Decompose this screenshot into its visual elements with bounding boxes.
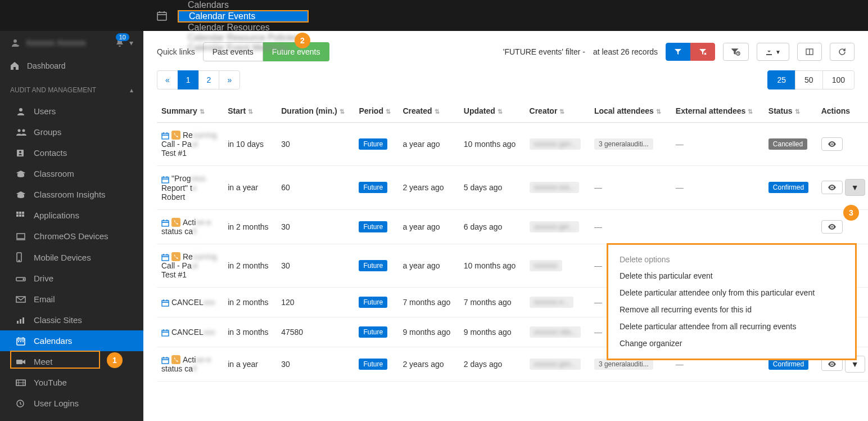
page-«[interactable]: «: [157, 70, 178, 89]
svg-point-33: [831, 144, 833, 145]
pagesize-25[interactable]: 25: [767, 70, 795, 89]
sort-icon: ⇅: [559, 108, 564, 115]
sidebar-item-classic-sites[interactable]: Classic Sites: [0, 310, 143, 330]
toolbar-right: 'FUTURE events' filter - at least 26 rec…: [503, 43, 855, 61]
tab-calendar-resource-policies[interactable]: Calendar Resource Policies: [178, 33, 309, 43]
sidebar: GAT+ ▾ Xxxxxxx Xxxxxxx 10 ▾ Dashboard AU…: [0, 0, 143, 382]
summary-text: Re: [183, 252, 193, 261]
creator-chip[interactable]: xxxxxxx: [530, 260, 562, 271]
nav-icon: [16, 191, 27, 199]
sidebar-item-mobile-devices[interactable]: Mobile Devices: [0, 247, 143, 268]
page-»[interactable]: »: [219, 70, 240, 89]
svg-point-6: [19, 151, 21, 153]
column-header[interactable]: Created⇅: [398, 100, 459, 123]
column-header[interactable]: Actions: [817, 100, 868, 123]
sidebar-user[interactable]: Xxxxxxx Xxxxxxx 10 ▾: [0, 31, 143, 55]
sidebar-item-classroom-insights[interactable]: Classroom Insights: [0, 184, 143, 205]
sidebar-item-calendars[interactable]: Calendars: [0, 330, 143, 351]
view-button[interactable]: [821, 220, 843, 234]
page-2[interactable]: 2: [198, 70, 220, 89]
columns-button[interactable]: [797, 43, 822, 61]
nav-icon: [16, 128, 27, 137]
created-cell: a year ago: [398, 209, 459, 244]
dropdown-header: Delete options: [608, 252, 855, 267]
column-header[interactable]: Period⇅: [354, 100, 398, 123]
page-size-selector: 2550100: [767, 70, 855, 89]
column-header[interactable]: Summary⇅: [157, 100, 223, 123]
topnav: CalendarsCalendar EventsCalendar Resourc…: [146, 0, 309, 31]
column-header[interactable]: Creator⇅: [525, 100, 590, 123]
start-cell: in 2 months: [223, 288, 277, 317]
dropdown-item[interactable]: Delete this particular event: [608, 267, 855, 284]
column-header[interactable]: Duration (min.)⇅: [277, 100, 354, 123]
annotation-1: 1: [107, 352, 123, 368]
view-button[interactable]: [821, 181, 843, 194]
column-header[interactable]: Updated⇅: [459, 100, 525, 123]
status-badge: Confirmed: [768, 359, 808, 370]
period-chip: Future: [359, 138, 387, 150]
sidebar-item-dashboard[interactable]: Dashboard: [0, 55, 143, 77]
column-header[interactable]: Local attendees⇅: [590, 100, 671, 123]
sidebar-item-drive[interactable]: Drive: [0, 268, 143, 289]
column-header[interactable]: External attendees⇅: [671, 100, 764, 123]
column-header[interactable]: Status⇅: [764, 100, 817, 123]
clear-filter-button[interactable]: [690, 43, 715, 61]
creator-chip[interactable]: xxxxxxx gen...: [530, 138, 581, 150]
creator-chip[interactable]: xxxxxxx ger...: [530, 221, 579, 232]
nav-label: Classroom Insights: [34, 190, 106, 199]
sidebar-item-youtube[interactable]: YouTube: [0, 372, 143, 382]
sidebar-item-contacts[interactable]: Contacts: [0, 142, 143, 163]
summary-text: Acti: [183, 218, 196, 227]
attendee-chip[interactable]: 3 generalauditi...: [594, 359, 653, 370]
calendar-icon: [146, 0, 178, 31]
sidebar-item-email[interactable]: Email: [0, 289, 143, 310]
svg-rect-19: [17, 321, 19, 324]
filter-button[interactable]: [666, 43, 690, 61]
nav-label: Calendars: [34, 336, 72, 346]
page-1[interactable]: 1: [178, 70, 199, 89]
status-badge: Cancelled: [768, 138, 807, 150]
tab-calendar-event-meetings[interactable]: Calendar Event Meetings: [178, 43, 309, 53]
attendee-chip[interactable]: 3 generalauditi...: [594, 138, 653, 150]
nav-icon: [16, 149, 27, 158]
period-chip: Future: [359, 221, 387, 232]
dropdown-item[interactable]: Delete particular attendee from all recu…: [608, 318, 855, 335]
sidebar-item-groups[interactable]: Groups: [0, 122, 143, 142]
status-badge: Confirmed: [768, 182, 808, 193]
view-button[interactable]: [821, 137, 843, 151]
filter-label: 'FUTURE events' filter -: [503, 47, 585, 56]
sort-icon: ⇅: [435, 108, 440, 115]
creator-chip[interactable]: xxxxxxx rala...: [530, 326, 581, 338]
creator-chip[interactable]: xxxxxxx e...: [530, 297, 573, 308]
sidebar-item-users[interactable]: Users: [0, 101, 143, 122]
schedule-filter-button[interactable]: [723, 43, 749, 61]
nav-label: Meet: [34, 357, 52, 366]
tab-calendars[interactable]: Calendars: [178, 0, 309, 10]
dropdown-item[interactable]: Change organizer: [608, 335, 855, 352]
svg-rect-20: [20, 319, 21, 324]
pagesize-50[interactable]: 50: [795, 70, 823, 89]
sidebar-item-applications[interactable]: Applications: [0, 205, 143, 226]
period-chip: Future: [359, 297, 387, 308]
creator-chip[interactable]: xxxxxxx era...: [530, 182, 580, 193]
actions-dropdown-button[interactable]: ▼: [845, 179, 865, 196]
sort-icon: ⇅: [386, 108, 391, 115]
pagesize-100[interactable]: 100: [822, 70, 855, 89]
column-header[interactable]: Start⇅: [223, 100, 277, 123]
tab-calendar-events[interactable]: Calendar Events: [178, 10, 309, 23]
dropdown-item[interactable]: Remove all recurring events for this id: [608, 301, 855, 318]
refresh-button[interactable]: [830, 43, 855, 61]
duration-cell: 60: [277, 166, 354, 209]
creator-chip[interactable]: xxxxxxx gen...: [530, 359, 581, 370]
notifications-bell[interactable]: 10: [115, 38, 125, 48]
duration-cell: 30: [277, 209, 354, 244]
section-header-audit[interactable]: AUDIT AND MANAGEMENT ▴: [0, 77, 143, 101]
updated-cell: 9 months ago: [459, 317, 525, 347]
dropdown-item[interactable]: Delete particular attendee only from thi…: [608, 284, 855, 301]
records-count: at least 26 records: [593, 47, 658, 56]
sidebar-item-classroom[interactable]: Classroom: [0, 163, 143, 184]
sidebar-item-chromeos-devices[interactable]: ChromeOS Devices: [0, 226, 143, 247]
nav-icon: [16, 211, 27, 220]
tab-calendar-resources[interactable]: Calendar Resources: [178, 23, 309, 33]
export-button[interactable]: ▼: [757, 43, 789, 61]
